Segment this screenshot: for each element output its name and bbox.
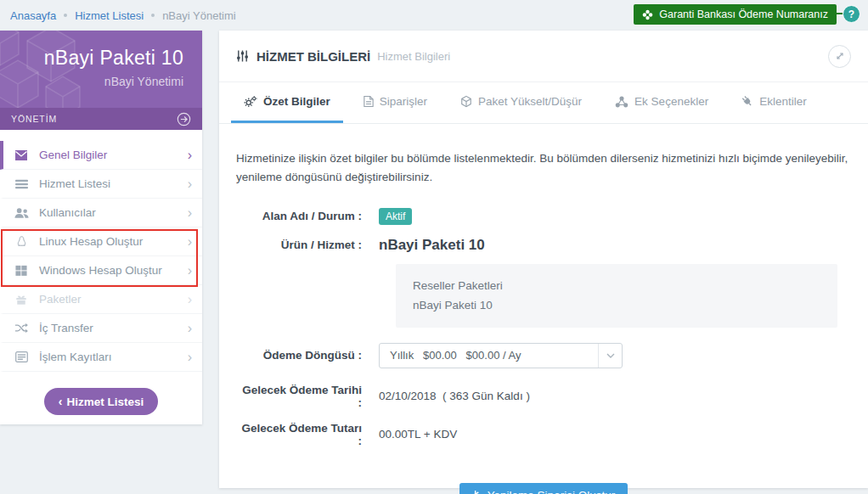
field-next-payment-amount: Gelecek Ödeme Tutarı : 00.00TL + KDV [236, 422, 851, 447]
sidebar-item-ic-transfer[interactable]: İç Transfer › [0, 314, 202, 343]
sidebar-item-label: Hizmet Listesi [39, 177, 110, 190]
sidebar-item-label: Windows Hesap Oluştur [39, 264, 162, 277]
sidebar-item-hizmet-listesi[interactable]: Hizmet Listesi › [0, 170, 202, 199]
windows-icon [14, 265, 29, 277]
sidebar-section-label: YÖNETİM [11, 114, 57, 124]
tab-label: Siparişler [380, 95, 427, 108]
sidebar-item-label: Paketler [39, 293, 82, 306]
sidebar-item-label: Linux Hesap Oluştur [39, 235, 143, 248]
sliders-icon [236, 49, 249, 63]
chevron-right-icon: › [188, 322, 192, 335]
sidebar-subtitle: nBayi Yönetimi [104, 75, 183, 88]
envelope-icon [14, 149, 29, 161]
sidebar-item-windows-hesap-olustur[interactable]: Windows Hesap Oluştur › [0, 256, 202, 285]
back-to-service-list-button[interactable]: ‹ Hizmet Listesi [44, 388, 158, 415]
tab-label: Özet Bilgiler [263, 95, 330, 108]
panel-title: HİZMET BİLGİLERİ [256, 49, 370, 64]
tab-paket-yukselt-dusur[interactable]: Paket Yükselt/Düşür [448, 82, 595, 123]
renew-button-area: Yenileme Siparişi Oluştur [236, 483, 851, 494]
bank-payment-number-button[interactable]: Garanti Bankası Ödeme Numaranız [634, 4, 837, 25]
tab-label: Ek Seçenekler [634, 95, 708, 108]
sidebar-item-genel-bilgiler[interactable]: Genel Bilgiler › [0, 141, 202, 170]
help-button[interactable]: ? [843, 5, 860, 23]
cluster-icon [615, 96, 628, 108]
field-label: Alan Adı / Durum : [236, 210, 379, 222]
gift-icon [14, 294, 29, 306]
package-name: nBayi Paketi 10 [413, 295, 820, 316]
breadcrumb-separator [151, 14, 155, 17]
next-payment-date-value: 02/10/2018 ( 363 Gün Kaldı ) [379, 390, 530, 402]
bank-button-label: Garanti Bankası Ödeme Numaranız [659, 8, 828, 20]
field-label: Ürün / Hizmet : [236, 239, 379, 251]
breadcrumb-service-list[interactable]: Hizmet Listesi [75, 9, 144, 22]
arrow-right-circle-icon[interactable] [177, 112, 191, 126]
back-button-label: Hizmet Listesi [66, 396, 144, 408]
field-label: Gelecek Ödeme Tarihi : [236, 384, 379, 409]
field-product: Ürün / Hizmet : nBayi Paketi 10 [236, 237, 851, 254]
box-3d-icon [460, 95, 472, 108]
tab-siparisler[interactable]: Siparişler [351, 82, 440, 123]
package-info-box: Reseller Paketleri nBayi Paketi 10 [396, 264, 837, 328]
status-badge: Aktif [379, 208, 412, 225]
sidebar-item-label: Genel Bilgiler [39, 149, 107, 161]
summary-description: Hizmetinize ilişkin özet bilgiler bu böl… [236, 149, 851, 188]
linux-icon [14, 235, 29, 248]
sidebar-item-label: Kullanıcılar [39, 206, 96, 219]
plug-icon [741, 95, 753, 108]
service-info-panel: HİZMET BİLGİLERİ Hizmet Bilgileri Özet B… [219, 31, 868, 488]
shuffle-icon [14, 323, 29, 334]
connector-dash [836, 13, 843, 14]
package-category: Reseller Paketleri [413, 276, 820, 296]
sidebar-item-kullanicilar[interactable]: Kullanıcılar › [0, 199, 202, 227]
tab-label: Eklentiler [759, 95, 807, 108]
sidebar-header: nBayi Paketi 10 nBayi Yönetimi [0, 31, 202, 108]
users-icon [14, 207, 29, 219]
chevron-right-icon: › [188, 351, 192, 364]
tab-bar: Özet Bilgiler Siparişler Paket Yükselt/D… [219, 82, 868, 124]
chevron-right-icon: › [188, 206, 192, 220]
tab-eklentiler[interactable]: Eklentiler [729, 82, 820, 123]
billing-cycle-select[interactable]: Yıllık $00.00 $00.00 / Ay [379, 343, 623, 368]
chevron-right-icon: › [188, 149, 192, 162]
renew-button-label: Yenileme Siparişi Oluştur [488, 489, 615, 494]
tab-ozet-bilgiler[interactable]: Özet Bilgiler [231, 82, 343, 123]
breadcrumb-separator [64, 14, 67, 17]
breadcrumb-home[interactable]: Anasayfa [10, 9, 56, 22]
chevron-right-icon: › [188, 264, 192, 278]
sidebar-footer: ‹ Hizmet Listesi [0, 379, 202, 424]
chevron-right-icon: › [188, 235, 192, 249]
tab-ek-secenekler[interactable]: Ek Seçenekler [602, 82, 721, 123]
panel-content: Hizmetinize ilişkin özet bilgiler bu böl… [219, 149, 868, 494]
sidebar-item-paketler[interactable]: Paketler › [0, 285, 202, 314]
field-domain-status: Alan Adı / Durum : Aktif [236, 208, 851, 225]
expand-icon [835, 51, 845, 61]
panel-header: HİZMET BİLGİLERİ Hizmet Bilgileri [219, 31, 868, 82]
sidebar-section-bar: YÖNETİM [0, 108, 202, 130]
lira-icon [472, 490, 482, 494]
field-next-payment-date: Gelecek Ödeme Tarihi : 02/10/2018 ( 363 … [236, 384, 851, 409]
tab-label: Paket Yükselt/Düşür [478, 95, 582, 108]
sidebar-menu: Genel Bilgiler › Hizmet Listesi › Kullan… [0, 130, 202, 372]
sidebar-title: nBayi Paketi 10 [44, 47, 183, 70]
field-label: Gelecek Ödeme Tutarı : [236, 422, 379, 447]
service-fields: Alan Adı / Durum : Aktif Ürün / Hizmet :… [236, 208, 851, 447]
chevron-down-icon [598, 344, 622, 368]
field-billing-cycle: Ödeme Döngüsü : Yıllık $00.00 $00.00 / A… [236, 343, 851, 368]
top-bar: Anasayfa Hizmet Listesi nBayi Yönetimi G… [0, 0, 868, 31]
breadcrumb: Anasayfa Hizmet Listesi nBayi Yönetimi [10, 0, 236, 31]
sidebar-item-islem-kayitlari[interactable]: İşlem Kayıtları › [0, 343, 202, 372]
product-name: nBayi Paketi 10 [379, 237, 485, 254]
panel-subtitle: Hizmet Bilgileri [377, 50, 450, 63]
gears-icon [244, 95, 257, 108]
billing-cycle-value: Yıllık $00.00 $00.00 / Ay [390, 349, 521, 362]
clover-icon [642, 9, 653, 20]
field-label: Ödeme Döngüsü : [236, 349, 379, 362]
create-renewal-order-button[interactable]: Yenileme Siparişi Oluştur [459, 483, 628, 494]
breadcrumb-current: nBayi Yönetimi [162, 9, 235, 22]
expand-panel-button[interactable] [828, 45, 851, 68]
question-icon: ? [848, 8, 854, 20]
sidebar-item-label: İç Transfer [39, 322, 93, 334]
chevron-left-icon: ‹ [59, 395, 63, 408]
next-payment-amount-value: 00.00TL + KDV [379, 428, 457, 441]
sidebar-item-linux-hesap-olustur[interactable]: Linux Hesap Oluştur › [0, 227, 202, 256]
